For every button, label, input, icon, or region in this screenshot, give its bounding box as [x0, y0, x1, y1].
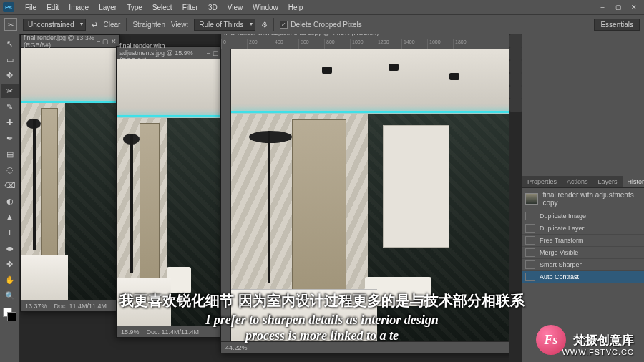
document-image[interactable]	[21, 48, 119, 300]
workspace-switcher[interactable]: Essentials	[594, 19, 640, 31]
color-panel-icon[interactable]	[509, 34, 522, 47]
doc-min-icon[interactable]: –	[207, 49, 210, 57]
snapshot-name: final render with adjustments copy	[542, 191, 641, 207]
doc-max-icon[interactable]: ▢	[102, 38, 109, 45]
right-panel-dock: Properties Actions Layers History final …	[522, 34, 644, 362]
menu-layer[interactable]: Layer	[94, 4, 122, 11]
collapsed-panel-strip[interactable]	[509, 34, 522, 362]
doc-close-icon[interactable]: ✕	[111, 38, 117, 45]
document-window-3[interactable]: final render with adjustments copy @ 44.…	[220, 34, 509, 353]
history-step-label: Auto Contrast	[540, 273, 579, 280]
toolbox: ↖ ▭ ✥ ✂ ✎ ✚ ✒ ▤ ◌ ⌫ ◐ ▲ T ⬬ ✥ ✋ 🔍	[0, 34, 20, 362]
aspect-ratio-dropdown[interactable]: Unconstrained	[23, 19, 86, 31]
menu-image[interactable]: Image	[64, 4, 94, 11]
doc-max-icon[interactable]: ▢	[213, 49, 219, 57]
document-window-2[interactable]: final render with adjustments.jpg @ 15.9…	[116, 46, 230, 338]
view-label: View:	[171, 21, 188, 29]
history-step-icon	[525, 260, 535, 269]
menu-file[interactable]: File	[20, 4, 42, 11]
straighten-button[interactable]: Straighten	[132, 21, 165, 29]
menu-filter[interactable]: Filter	[177, 4, 203, 11]
checkbox-icon[interactable]: ✓	[280, 21, 288, 29]
eraser-tool[interactable]: ⌫	[1, 178, 19, 192]
overlay-view-dropdown[interactable]: Rule of Thirds	[194, 19, 255, 31]
marquee-tool[interactable]: ▭	[1, 52, 19, 67]
menu-3d[interactable]: 3D	[203, 4, 223, 11]
window-minimize-icon[interactable]: –	[595, 2, 610, 12]
history-brush-tool[interactable]: ◌	[1, 162, 19, 177]
menu-bar: Ps File Edit Image Layer Type Select Fil…	[0, 0, 644, 14]
history-step[interactable]: Duplicate Image	[522, 210, 644, 222]
history-step[interactable]: Merge Visible	[522, 247, 644, 259]
type-tool[interactable]: T	[1, 225, 19, 240]
tab-actions[interactable]: Actions	[562, 176, 593, 187]
history-list: Duplicate ImageDuplicate LayerFree Trans…	[522, 210, 644, 283]
history-snapshot[interactable]: final render with adjustments copy	[522, 188, 644, 210]
doc-min-icon[interactable]: –	[97, 38, 100, 45]
window-close-icon[interactable]: ✕	[627, 2, 641, 12]
brush-tool[interactable]: ✒	[1, 131, 19, 145]
horizontal-ruler[interactable]: 020040060080010001200140016001800	[221, 39, 509, 49]
document-titlebar[interactable]: final render.jpg @ 13.3% (RGB/8#) –▢✕	[21, 35, 119, 48]
app-icon: Ps	[3, 2, 14, 12]
styles-panel-icon[interactable]	[509, 73, 522, 86]
history-step[interactable]: Duplicate Layer	[522, 222, 644, 235]
channels-panel-icon[interactable]	[509, 86, 522, 99]
color-swatches[interactable]	[0, 306, 19, 323]
adjustments-panel-icon[interactable]	[509, 60, 522, 73]
gear-icon[interactable]: ⚙	[261, 21, 268, 29]
gradient-tool[interactable]: ◐	[1, 194, 19, 208]
delete-cropped-checkbox[interactable]: ✓ Delete Cropped Pixels	[280, 21, 362, 29]
zoom-level[interactable]: 44.22%	[225, 344, 248, 351]
history-step-label: Smart Sharpen	[540, 261, 583, 268]
document-statusbar: 13.37% Doc: 11.4M/11.4M	[21, 300, 119, 311]
crop-tool[interactable]: ✂	[1, 84, 19, 98]
lasso-tool[interactable]: ✥	[1, 68, 19, 82]
separator	[126, 18, 127, 31]
tab-history[interactable]: History	[623, 176, 644, 187]
document-image[interactable]	[231, 49, 509, 341]
history-step-label: Duplicate Layer	[540, 225, 585, 232]
swatches-panel-icon[interactable]	[509, 47, 522, 60]
document-title: final render.jpg @ 13.3% (RGB/8#)	[24, 34, 97, 49]
zoom-level[interactable]: 13.37%	[25, 303, 47, 310]
menu-select[interactable]: Select	[147, 4, 177, 11]
history-step[interactable]: Free Transform	[522, 235, 644, 247]
crop-tool-icon[interactable]: ✂	[4, 18, 17, 31]
clear-button[interactable]: Clear	[103, 21, 120, 29]
background-color[interactable]	[7, 312, 16, 321]
main-area: ↖ ▭ ✥ ✂ ✎ ✚ ✒ ▤ ◌ ⌫ ◐ ▲ T ⬬ ✥ ✋ 🔍 final …	[0, 34, 644, 362]
history-step[interactable]: Smart Sharpen	[522, 259, 644, 271]
move-tool[interactable]: ↖	[1, 36, 19, 51]
paths-panel-icon[interactable]	[509, 99, 522, 112]
menu-type[interactable]: Type	[122, 4, 147, 11]
document-titlebar[interactable]: final render with adjustments.jpg @ 15.9…	[117, 47, 230, 59]
hand-tool[interactable]: ✋	[1, 273, 19, 287]
shape-tool[interactable]: ⬬	[1, 241, 19, 255]
menu-help[interactable]: Help	[283, 4, 308, 11]
window-maximize-icon[interactable]: ▢	[611, 2, 625, 12]
menu-window[interactable]: Window	[248, 4, 283, 11]
document-image[interactable]	[117, 59, 230, 326]
pen-tool[interactable]: ▲	[1, 210, 19, 224]
tab-layers[interactable]: Layers	[593, 176, 623, 187]
document-window-1[interactable]: final render.jpg @ 13.3% (RGB/8#) –▢✕ 13…	[20, 34, 120, 312]
canvas-area[interactable]: final render.jpg @ 13.3% (RGB/8#) –▢✕ 13…	[20, 34, 509, 362]
doc-info: Doc: 11.4M/11.4M	[147, 328, 200, 336]
zoom-level[interactable]: 15.9%	[121, 328, 140, 336]
swap-dimensions-icon[interactable]: ⇄	[92, 21, 97, 29]
eyedropper-tool[interactable]: ✎	[1, 99, 19, 114]
path-tool[interactable]: ✥	[1, 257, 19, 271]
panel-tab-group: Properties Actions Layers History	[522, 176, 644, 188]
menu-edit[interactable]: Edit	[42, 4, 64, 11]
tab-properties[interactable]: Properties	[522, 176, 562, 187]
history-step-icon	[525, 212, 535, 220]
history-step[interactable]: Auto Contrast	[522, 271, 644, 283]
zoom-tool[interactable]: 🔍	[1, 288, 19, 303]
history-step-icon	[525, 236, 535, 245]
healing-tool[interactable]: ✚	[1, 115, 19, 129]
document-titlebar[interactable]: final render with adjustments copy @ 44.…	[221, 34, 509, 39]
vertical-ruler[interactable]	[221, 49, 231, 341]
menu-view[interactable]: View	[223, 4, 248, 11]
stamp-tool[interactable]: ▤	[1, 147, 19, 161]
